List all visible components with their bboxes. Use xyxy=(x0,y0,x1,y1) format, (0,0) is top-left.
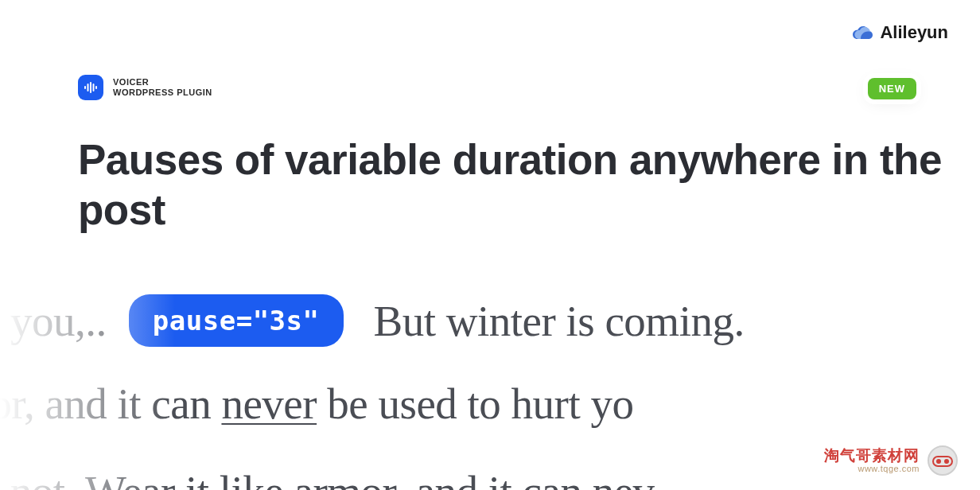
watermark: 淘气哥素材网 www.tqge.com xyxy=(824,445,958,476)
body-line-3: ll not. Wear it like armor, and it can n… xyxy=(0,469,655,490)
body-text-fragment: But winter is coming. xyxy=(374,299,745,343)
brand-logo: Alileyun xyxy=(851,22,948,43)
body-text-fragment: mor, and it can xyxy=(0,379,221,428)
svg-rect-0 xyxy=(84,86,86,89)
body-line-1: r you,.. pause="3s" But winter is coming… xyxy=(0,294,745,347)
body-line-2: mor, and it can never be used to hurt yo xyxy=(0,382,633,426)
svg-rect-1 xyxy=(88,84,89,91)
cloud-icon xyxy=(851,25,873,41)
body-text-fragment: be used to hurt yo xyxy=(317,379,633,428)
svg-rect-4 xyxy=(95,86,97,89)
watermark-url: www.tqge.com xyxy=(858,464,920,473)
brand-name: Alileyun xyxy=(880,22,948,43)
plugin-header: VOICER WORDPRESS PLUGIN xyxy=(78,75,212,100)
watermark-title: 淘气哥素材网 xyxy=(824,448,920,465)
svg-point-7 xyxy=(944,459,949,464)
watermark-mascot-icon xyxy=(928,445,958,476)
underlined-word: never xyxy=(221,379,317,428)
page-headline: Pauses of variable duration anywhere in … xyxy=(78,135,980,235)
voicer-app-icon xyxy=(78,75,103,100)
plugin-subtitle: WORDPRESS PLUGIN xyxy=(113,88,212,98)
body-text-fragment: r you,.. xyxy=(0,299,107,343)
pause-code-pill: pause="3s" xyxy=(129,294,344,347)
svg-rect-2 xyxy=(90,82,91,93)
svg-rect-5 xyxy=(933,457,952,466)
plugin-title: VOICER xyxy=(113,77,212,88)
svg-point-6 xyxy=(936,459,941,464)
svg-rect-3 xyxy=(93,84,95,91)
new-badge: NEW xyxy=(868,78,916,99)
